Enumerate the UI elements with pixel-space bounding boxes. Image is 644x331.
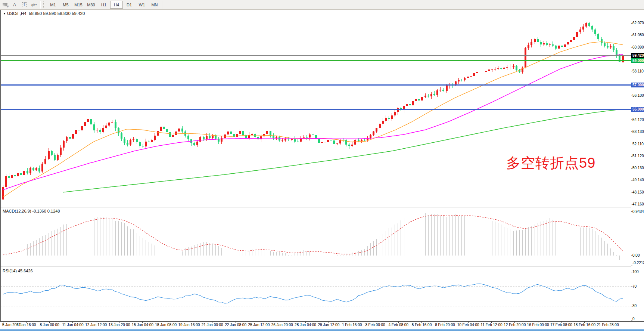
time-axis-label: 21 Jan 00:00 <box>202 323 223 327</box>
time-axis-label: 12 Feb 20:00 <box>504 323 526 327</box>
cursor-mode-icon[interactable]: ⇄▾ <box>29 1 38 9</box>
time-axis-label: 21 Feb 23:00 <box>597 323 619 327</box>
timeframe-m1[interactable]: M1 <box>47 1 59 9</box>
time-axis-label: 29 Jan 12:00 <box>318 323 339 327</box>
price-axis-tick: 47.160 <box>632 202 644 206</box>
chart-annotation-text: 多空转折点59 <box>506 154 595 173</box>
timeframe-d1[interactable]: D1 <box>123 1 136 9</box>
price-label-57.000: 57.000 <box>631 83 644 87</box>
time-axis-label: 10 Feb 04:00 <box>457 323 479 327</box>
timeframe-h4[interactable]: H4 <box>110 1 123 9</box>
time-axis-label: 4 Feb 08:00 <box>389 323 408 327</box>
t-glyph: T <box>22 2 27 7</box>
annotate-a-icon[interactable]: A <box>10 1 19 9</box>
price-axis-tick: 48.150 <box>632 190 644 194</box>
macd-axis-tick: -0.2213 <box>632 261 644 265</box>
mt4-window: F A T ⇄▾ M1M5M15M30H1H4D1W1MN ▼USOil-,H4… <box>0 0 644 331</box>
price-axis-tick: 62.070 <box>632 21 644 25</box>
price-label-59.420: 59.420 <box>631 53 644 58</box>
window-bottom-edge <box>0 329 644 331</box>
time-axis-label: 11 Jan 04:00 <box>62 323 83 327</box>
price-axis-tick: 52.110 <box>632 142 644 146</box>
macd-label: MACD(12,26,9) -0.1360 0.1248 <box>3 209 60 213</box>
time-axis-label: 3 Feb 00:00 <box>365 323 385 327</box>
symbol-timeframe: USOil-,H4 <box>7 11 27 16</box>
price-axis-tick: 53.130 <box>632 130 644 134</box>
time-axis-label: 22 Jan 08:00 <box>225 323 246 327</box>
time-axis-label: 15 Jan 04:00 <box>132 323 153 327</box>
time-axis-label: 12 Jan 12:00 <box>85 323 107 327</box>
price-axis-tick: 49.140 <box>632 178 644 182</box>
textbox-t-icon[interactable]: T <box>20 1 29 9</box>
time-axis-label: 6 Jan 16:00 <box>16 323 36 327</box>
time-axis-label: 19 Jan 16:00 <box>178 323 200 327</box>
timeframe-m15[interactable]: M15 <box>72 1 85 9</box>
timeframe-h1[interactable]: H1 <box>97 1 110 9</box>
price-axis-tick: 54.120 <box>632 118 644 122</box>
time-axis-label: 8 Jan 00:00 <box>40 323 59 327</box>
timeframe-mn[interactable]: MN <box>148 1 161 9</box>
time-axis-label: 11 Feb 12:00 <box>480 323 502 327</box>
ohlc-readout: 58.850 59.590 58.830 59.420 <box>29 11 85 16</box>
price-axis-tick: 56.100 <box>632 93 644 98</box>
time-axis-label: 1 Feb 16:00 <box>342 323 362 327</box>
rsi-axis-tick: 100 <box>632 270 644 274</box>
time-axis-label: 18 Feb 16:00 <box>573 323 595 327</box>
time-axis-label: 5 Feb 16:00 <box>412 323 432 327</box>
price-axis-tick: 58.110 <box>632 69 644 73</box>
price-axis-tick: 60.090 <box>632 45 644 49</box>
price-label-59.000: 59.000 <box>631 58 644 63</box>
price-axis-tick: 50.130 <box>632 166 644 170</box>
time-axis-label: 18 Jan 08:00 <box>155 323 177 327</box>
time-axis-label: 26 Jan 20:00 <box>271 323 293 327</box>
toolbar-separator <box>40 1 41 9</box>
price-axis-tick: 61.080 <box>632 33 644 37</box>
time-axis-label: 17 Feb 08:00 <box>550 323 572 327</box>
toolbar-drag-handle[interactable] <box>43 1 46 8</box>
rsi-label: RSI(14) 45.6426 <box>3 269 33 273</box>
price-label-55.000: 55.000 <box>631 107 644 112</box>
timeframe-button-group: M1M5M15M30H1H4D1W1MN <box>47 1 161 9</box>
timeframe-m30[interactable]: M30 <box>85 1 97 9</box>
time-axis-label: 25 Jan 12:00 <box>248 323 270 327</box>
grid-f-icon[interactable]: F <box>0 1 9 9</box>
chevron-down-icon: ▾ <box>35 3 37 6</box>
toolbar-separator <box>162 1 163 9</box>
rsi-axis-tick: 0 <box>632 317 644 321</box>
toolbar: F A T ⇄▾ M1M5M15M30H1H4D1W1MN <box>0 0 644 10</box>
timeframe-m5[interactable]: M5 <box>59 1 72 9</box>
timeframe-w1[interactable]: W1 <box>136 1 148 9</box>
rsi-axis-tick: 30 <box>632 304 644 308</box>
price-axis-tick: 51.120 <box>632 154 644 158</box>
rsi-axis-tick: 70 <box>632 284 644 288</box>
time-axis-label: 13 Jan 20:00 <box>109 323 130 327</box>
symbol-dropdown-icon[interactable]: ▼ <box>3 12 6 15</box>
time-axis-label: 16 Feb 00:00 <box>527 323 549 327</box>
macd-axis-tick: 0.9434 <box>632 210 644 214</box>
time-axis-label: 28 Jan 04:00 <box>295 323 316 327</box>
macd-axis-tick: 0.00 <box>632 253 644 257</box>
grid-dots-glyph: F <box>3 3 7 6</box>
time-axis-label: 8 Feb 20:00 <box>435 323 455 327</box>
chart-title: ▼USOil-,H4 58.850 59.590 58.830 59.420 <box>3 11 85 16</box>
